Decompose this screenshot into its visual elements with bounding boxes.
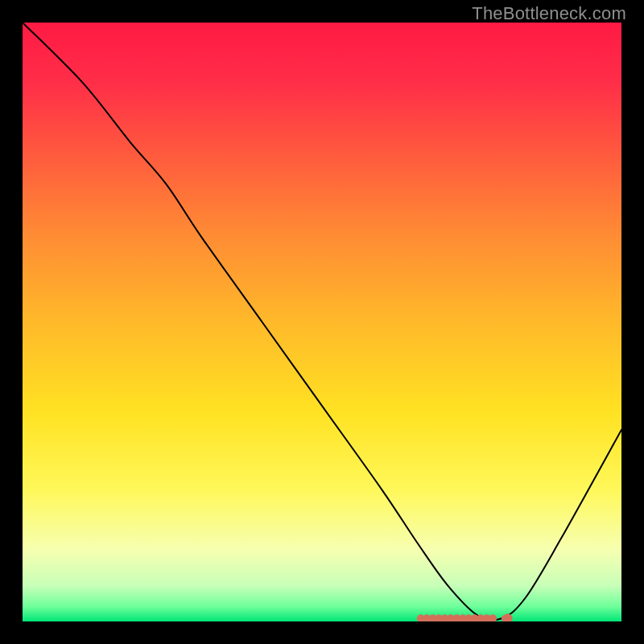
bottleneck-curve <box>23 23 621 621</box>
plot-area <box>23 23 621 621</box>
optimum-marker <box>489 614 497 621</box>
watermark-text: TheBottleneck.com <box>472 3 626 24</box>
chart-curve-layer <box>23 23 621 621</box>
optimum-marker <box>503 613 513 621</box>
